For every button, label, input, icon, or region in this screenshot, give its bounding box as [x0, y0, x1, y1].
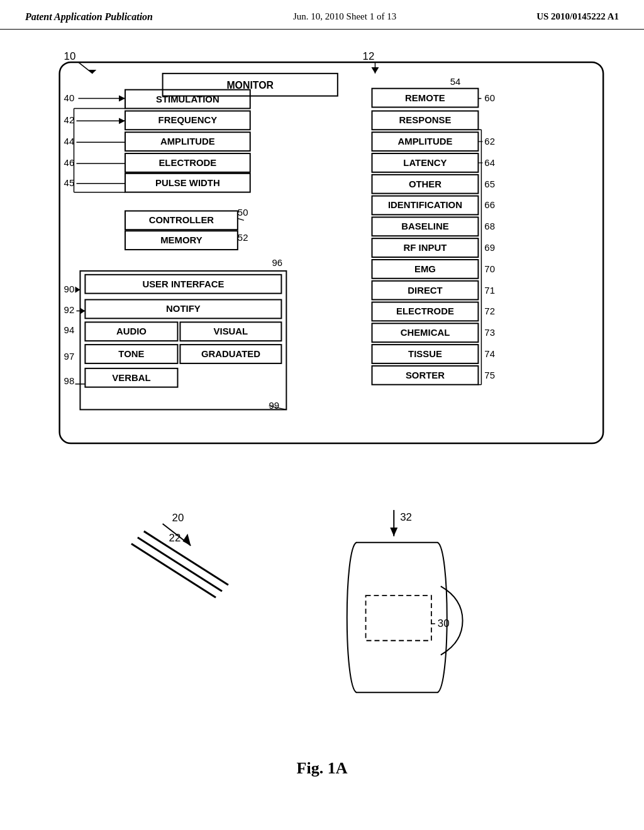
- ref-70: 70: [484, 264, 495, 274]
- ref-65: 65: [484, 179, 495, 189]
- box-verbal: VERBAL: [112, 373, 150, 383]
- box-graduated: GRADUATED: [201, 349, 260, 359]
- lower-svg: 20 22 32 30: [25, 482, 619, 753]
- box-notify: NOTIFY: [166, 304, 201, 314]
- ref-lower-20: 20: [172, 512, 184, 524]
- ref-40: 40: [64, 93, 75, 103]
- ref-74: 74: [484, 349, 495, 359]
- box-remote: REMOTE: [405, 93, 445, 103]
- svg-marker-59: [182, 534, 191, 546]
- box-audio: AUDIO: [116, 326, 147, 336]
- diagram-area: 10 12 MONITOR 40 STIMULATION 42: [25, 42, 619, 470]
- box-controller: CONTROLLER: [149, 215, 214, 225]
- ref-60: 60: [484, 93, 495, 103]
- main-content: 10 12 MONITOR 40 STIMULATION 42: [0, 30, 644, 790]
- header-publication-type: Patent Application Publication: [25, 11, 153, 23]
- box-rf-input: RF INPUT: [404, 243, 447, 253]
- svg-marker-29: [80, 307, 85, 314]
- box-direct: DIRECT: [408, 285, 442, 296]
- page-header: Patent Application Publication Jun. 10, …: [0, 0, 644, 30]
- svg-line-22: [238, 218, 244, 220]
- ref-72: 72: [484, 306, 495, 316]
- lower-illustration: 20 22 32 30: [25, 482, 619, 753]
- box-tissue: TISSUE: [408, 349, 442, 359]
- ref-54: 54: [450, 77, 461, 87]
- box-tone: TONE: [118, 349, 144, 359]
- figure-label: Fig. 1A: [25, 753, 619, 778]
- svg-marker-26: [75, 287, 80, 293]
- box-visual: VISUAL: [214, 326, 248, 336]
- ref-10: 10: [64, 50, 76, 62]
- box-emg: EMG: [414, 264, 436, 274]
- svg-marker-64: [390, 528, 397, 536]
- box-stimulation: STIMULATION: [156, 94, 219, 104]
- svg-rect-24: [80, 271, 286, 410]
- box-electrode-stim: ELECTRODE: [158, 158, 216, 168]
- header-date-sheet: Jun. 10, 2010 Sheet 1 of 13: [293, 11, 396, 22]
- ref-lower-22: 22: [169, 532, 181, 544]
- svg-marker-2: [87, 70, 96, 74]
- ref-44: 44: [64, 136, 75, 147]
- box-pulse-width: PULSE WIDTH: [155, 178, 220, 188]
- ref-98: 98: [64, 376, 75, 386]
- box-identification: IDENTIFICATION: [388, 200, 462, 210]
- ref-96: 96: [272, 258, 283, 268]
- diagram-svg: 10 12 MONITOR 40 STIMULATION 42: [25, 42, 619, 470]
- ref-66: 66: [484, 200, 495, 210]
- box-monitor: MONITOR: [226, 80, 274, 91]
- ref-45: 45: [64, 178, 75, 188]
- ref-12: 12: [363, 50, 375, 62]
- svg-marker-7: [119, 96, 125, 102]
- box-baseline: BASELINE: [401, 221, 448, 231]
- svg-marker-10: [119, 118, 125, 124]
- ref-42: 42: [64, 115, 75, 125]
- ref-71: 71: [484, 285, 495, 296]
- header-patent-number: US 2010/0145222 A1: [536, 11, 619, 22]
- svg-line-62: [131, 544, 216, 597]
- ref-lower-30: 30: [438, 617, 450, 629]
- box-memory: MEMORY: [160, 235, 203, 245]
- ref-68: 68: [484, 221, 495, 231]
- box-latency: LATENCY: [403, 158, 447, 168]
- ref-92: 92: [64, 305, 75, 315]
- box-amplitude-stim: AMPLITUDE: [160, 136, 215, 147]
- box-amplitude-resp: AMPLITUDE: [398, 136, 453, 147]
- ref-73: 73: [484, 328, 495, 338]
- box-electrode-resp: ELECTRODE: [396, 306, 454, 316]
- ref-lower-32: 32: [400, 511, 412, 523]
- box-response: RESPONSE: [399, 115, 452, 125]
- ref-62: 62: [484, 136, 495, 147]
- ref-50: 50: [238, 208, 248, 218]
- box-frequency: FREQUENCY: [158, 115, 218, 125]
- box-sorter: SORTER: [406, 370, 445, 380]
- box-user-interface: USER INTERFACE: [142, 279, 224, 289]
- ref-94: 94: [64, 325, 75, 335]
- ref-52: 52: [238, 233, 248, 243]
- svg-rect-65: [366, 595, 431, 641]
- svg-line-60: [138, 538, 222, 591]
- box-chemical: CHEMICAL: [401, 328, 450, 338]
- ref-69: 69: [484, 243, 495, 253]
- svg-rect-0: [60, 62, 604, 443]
- ref-97: 97: [64, 351, 75, 362]
- ref-75: 75: [484, 370, 495, 380]
- svg-marker-4: [372, 67, 379, 74]
- ref-46: 46: [64, 158, 75, 168]
- ref-90: 90: [64, 284, 75, 294]
- box-other: OTHER: [409, 179, 441, 189]
- ref-64: 64: [484, 158, 495, 168]
